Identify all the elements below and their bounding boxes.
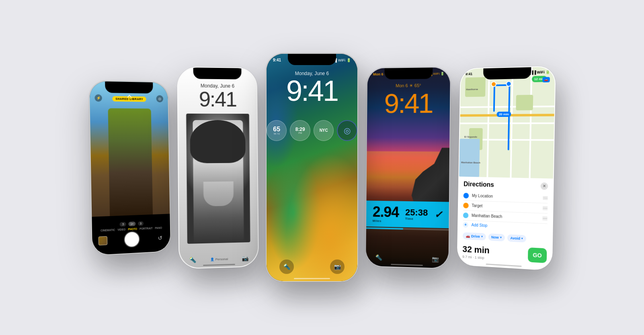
mode-cinematic[interactable]: CINEMATIC [100, 229, 115, 232]
miles-value: 2.94 [373, 204, 399, 219]
maps-signal: ▐▐▐ [528, 70, 536, 75]
phone-notch [197, 67, 238, 78]
ls3-city: NYC [320, 129, 328, 133]
camera-up-arrow [127, 95, 132, 102]
camera-top-bar: ⚡ ◎ [90, 94, 168, 102]
ls2-camera-icon[interactable]: 📷 [242, 255, 248, 261]
map-target-pin [491, 81, 496, 87]
target-icon [463, 202, 469, 208]
ls2-time-area: Monday, June 6 9:41 [178, 83, 257, 110]
mode-video[interactable]: VIDEO [117, 228, 125, 231]
manhattan-beach-label: Manhattan Beach [472, 213, 539, 221]
camera-thumbnail[interactable] [98, 236, 107, 245]
ls3-temp-range: 55 72 [274, 133, 280, 135]
ls4-time-display: 9:41 [367, 89, 450, 117]
directions-result: 32 min 9.7 mi · 1 stop GO [462, 244, 547, 264]
ls3-temp: 65 [273, 126, 280, 133]
bw-smile [203, 181, 234, 206]
ls3-flashlight-btn[interactable]: 🔦 [279, 259, 294, 274]
map-20min-badge: 20 min [497, 112, 511, 117]
ls3-camera-icon: 📷 [334, 264, 341, 270]
camera-screen: SHARED LIBRARY ⚡ ◎ .5 1× 3 CINEMATIC [89, 81, 170, 255]
mode-photo[interactable]: PHOTO [128, 227, 137, 231]
shutter-button[interactable] [125, 232, 139, 247]
miles-stat: 2.94 Miles [373, 204, 399, 223]
reorder-handle-3[interactable] [542, 216, 548, 221]
ls3-home-indicator [294, 278, 330, 279]
ls4-camera-icon[interactable]: 📷 [432, 256, 439, 263]
wifi-icon: WiFi [338, 58, 345, 62]
run-time-stat: 25:38 Time [405, 208, 428, 221]
ls3-weather-widget: 65 55 72 [267, 120, 287, 141]
time-chevron: ▾ [500, 236, 502, 239]
my-location-icon [464, 193, 469, 198]
map-view[interactable]: 12 min 20 min 🚗 Hawthorne El Segundo Man… [459, 67, 555, 179]
bw-face [193, 120, 244, 244]
zoom-controls: .5 1× 3 [120, 221, 144, 227]
ls2-time: 9:41 [178, 88, 257, 110]
reorder-handle-2[interactable] [543, 206, 548, 211]
ls4-flashlight-icon[interactable]: 🔦 [375, 254, 382, 261]
nike-swoosh: ✓ [434, 209, 442, 221]
flip-camera-icon[interactable]: ↺ [156, 233, 165, 243]
zoom-3x[interactable]: 3 [138, 221, 144, 226]
flash-icon[interactable]: ⚡ [94, 94, 102, 102]
ls2-personal-label: 👤 Personal [210, 257, 228, 261]
map-label-manhattan: Manhattan Beach [461, 161, 480, 164]
avoid-option[interactable]: Avoid ▾ [507, 234, 526, 242]
directions-close-btn[interactable]: ✕ [541, 182, 548, 190]
ls3-camera-btn[interactable]: 📷 [330, 259, 345, 274]
ls2-person-icon: 👤 [210, 257, 214, 261]
ls4-wifi: WiFi [433, 72, 439, 76]
reorder-handle[interactable] [543, 196, 548, 201]
zoom-1x[interactable]: 1× [128, 222, 135, 227]
ls4-battery: 🔋 [440, 71, 444, 75]
maps-wifi: WiFi [537, 70, 544, 75]
map-start-pin [506, 81, 511, 86]
mode-pano[interactable]: PANO [155, 227, 162, 230]
directions-title: Directions [464, 180, 494, 188]
run-time-value: 25:38 [405, 208, 428, 217]
map-label-hawthorne: Hawthorne [466, 88, 478, 90]
phone-color-lockscreen: 9:41 ▐▐▐ WiFi 🔋 Monday, June 6 9:41 65 5… [266, 53, 358, 282]
maps-status-icons: ▐▐▐ WiFi 🔋 [528, 70, 550, 74]
directions-header: Directions ✕ [464, 180, 548, 190]
ls3-widget-time: 8:29 [295, 127, 305, 132]
mode-portrait[interactable]: PORTRAIT [139, 227, 153, 230]
run-time-label: Time [405, 217, 414, 221]
phone-nike-lockscreen: Mon 6 ☀ 65° ▐▐▐ WiFi 🔋 Mon 6 ☀ 65° 9:41 … [365, 67, 451, 270]
camera-bottom-row: ↺ [98, 231, 164, 248]
drive-option[interactable]: 🚗 Drive ▾ [463, 232, 486, 241]
ls3-time: 9:41 [267, 76, 357, 105]
ls3-circle-icon: ◎ [344, 126, 351, 135]
time-option[interactable]: Now ▾ [488, 233, 505, 241]
battery-icon: 🔋 [347, 58, 351, 62]
ls3-status-time: 9:41 [273, 58, 281, 62]
settings-icon[interactable]: ◎ [156, 95, 163, 102]
bw-hair [190, 120, 246, 163]
ls3-time-area: Monday, June 6 9:41 [267, 71, 357, 105]
ls3-widgets: 65 55 72 8:29 PM NYC ◎ [267, 120, 357, 141]
map-road-h2 [460, 123, 554, 124]
phone4-notch [388, 67, 429, 78]
map-car-icon: 🚗 [542, 77, 550, 82]
maps-time: 9:41 [466, 72, 472, 76]
camera-subject [108, 108, 153, 216]
phone-bw-lockscreen: Monday, June 6 9:41 🔦 👤 Personal 📷 [177, 67, 259, 269]
avoid-chevron: ▾ [521, 237, 523, 240]
bw-lockscreen-screen: Monday, June 6 9:41 🔦 👤 Personal 📷 [178, 67, 258, 268]
map-water-left [459, 139, 480, 177]
directions-options: 🚗 Drive ▾ Now ▾ Avoid ▾ [463, 232, 547, 243]
ls2-flashlight-icon[interactable]: 🔦 [189, 257, 196, 264]
bw-portrait-photo [186, 113, 250, 244]
phone-maps: 9:41 ▐▐▐ WiFi 🔋 [457, 66, 556, 271]
map-park1 [465, 77, 486, 97]
camera-viewfinder: SHARED LIBRARY ⚡ ◎ [89, 81, 170, 217]
ls3-flashlight-icon: 🔦 [283, 264, 290, 270]
manhattan-beach-icon [463, 212, 469, 218]
zoom-half[interactable]: .5 [120, 222, 126, 227]
go-button[interactable]: GO [528, 247, 547, 263]
nike-run-widget: 2.94 Miles 25:38 Time ✓ [366, 200, 449, 228]
add-stop-label: Add Stop [471, 223, 487, 228]
ls3-city-widget: NYC [314, 120, 334, 141]
